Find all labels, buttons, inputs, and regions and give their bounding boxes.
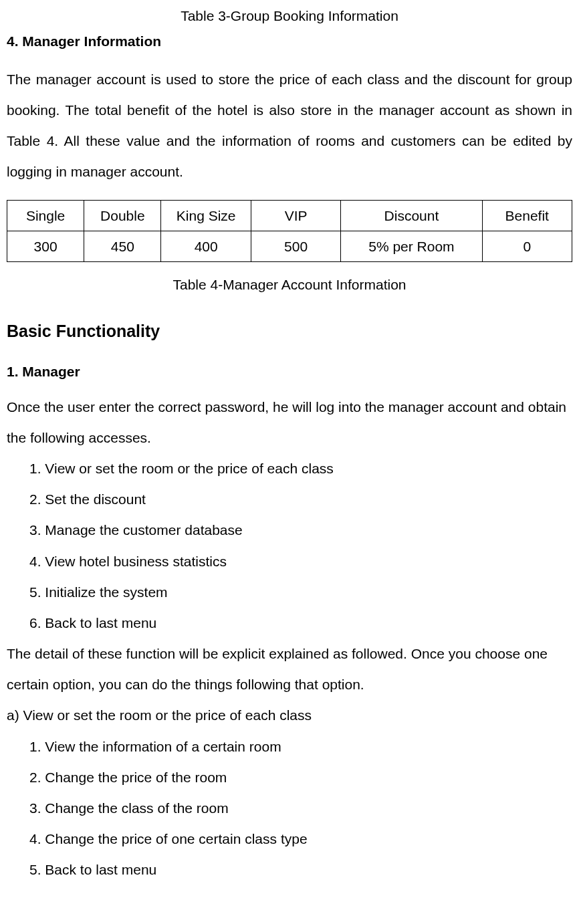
list-item: 1. View or set the room or the price of … xyxy=(29,453,572,484)
td-discount: 5% per Room xyxy=(341,231,482,261)
td-king-size: 400 xyxy=(161,231,251,261)
list-item: 3. Manage the customer database xyxy=(29,515,572,546)
manager-access-list: 1. View or set the room or the price of … xyxy=(7,453,572,639)
th-single: Single xyxy=(7,200,84,231)
th-king-size: King Size xyxy=(161,200,251,231)
td-single: 300 xyxy=(7,231,84,261)
post-list-paragraph: The detail of these function will be exp… xyxy=(7,639,572,700)
table3-caption: Table 3-Group Booking Information xyxy=(7,3,572,29)
manager-subheading: 1. Manager xyxy=(7,358,572,385)
td-vip: 500 xyxy=(251,231,340,261)
th-benefit: Benefit xyxy=(482,200,572,231)
table4-caption: Table 4-Manager Account Information xyxy=(7,271,572,298)
sub-a-list: 1. View the information of a certain roo… xyxy=(7,731,572,886)
td-double: 450 xyxy=(84,231,161,261)
th-discount: Discount xyxy=(341,200,482,231)
list-item: 1. View the information of a certain roo… xyxy=(29,731,572,762)
th-vip: VIP xyxy=(251,200,340,231)
section4-heading: 4. Manager Information xyxy=(7,28,572,55)
table-row: 300 450 400 500 5% per Room 0 xyxy=(7,231,572,261)
list-item: 2. Set the discount xyxy=(29,484,572,515)
section4-paragraph: The manager account is used to store the… xyxy=(7,64,572,188)
list-item: 5. Initialize the system xyxy=(29,577,572,608)
table-header-row: Single Double King Size VIP Discount Ben… xyxy=(7,200,572,231)
list-item: 3. Change the class of the room xyxy=(29,793,572,824)
manager-intro-paragraph: Once the user enter the correct password… xyxy=(7,392,572,453)
basic-functionality-heading: Basic Functionality xyxy=(7,316,572,348)
list-item: 4. View hotel business statistics xyxy=(29,546,572,577)
list-item: 6. Back to last menu xyxy=(29,608,572,639)
list-item: 4. Change the price of one certain class… xyxy=(29,824,572,854)
list-item: 2. Change the price of the room xyxy=(29,762,572,793)
manager-account-table: Single Double King Size VIP Discount Ben… xyxy=(7,200,572,263)
td-benefit: 0 xyxy=(482,231,572,261)
list-item: 5. Back to last menu xyxy=(29,854,572,885)
sub-a-heading: a) View or set the room or the price of … xyxy=(7,700,572,731)
th-double: Double xyxy=(84,200,161,231)
